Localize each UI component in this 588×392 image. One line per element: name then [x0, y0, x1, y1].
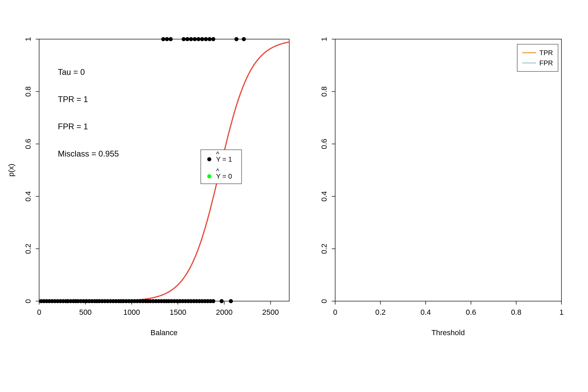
right-ytick-5: 1 — [320, 37, 328, 41]
left-plot: 0 500 1000 1500 2000 2500 Balance 0 0.2 … — [7, 37, 289, 337]
right-ytick-4: 0.8 — [320, 86, 328, 97]
left-xtick-4: 2000 — [216, 308, 233, 316]
right-x-axis: 0 0.2 0.4 0.6 0.8 1 Threshold — [333, 301, 564, 337]
svg-point-81 — [169, 37, 173, 41]
svg-point-79 — [161, 37, 165, 41]
svg-point-77 — [219, 299, 224, 303]
right-xtick-3: 0.6 — [466, 308, 476, 316]
svg-point-85 — [193, 37, 197, 41]
left-ytick-4: 0.8 — [24, 86, 32, 97]
svg-point-86 — [196, 37, 200, 41]
annotation-tau: Tau = 0 — [58, 67, 85, 77]
right-xtick-5: 1 — [559, 308, 564, 316]
right-plot-box — [335, 39, 561, 301]
right-xtick-4: 0.8 — [511, 308, 522, 316]
svg-point-89 — [208, 37, 212, 41]
left-ytick-2: 0.4 — [24, 191, 32, 202]
legend-label-yhat1: Y = 1 — [216, 156, 232, 163]
right-xtick-2: 0.4 — [421, 308, 431, 316]
left-ytick-1: 0.2 — [24, 244, 32, 254]
svg-point-83 — [185, 37, 190, 41]
left-ylabel: p(x) — [7, 164, 15, 177]
left-xlabel: Balance — [150, 328, 178, 337]
left-xtick-1: 500 — [79, 308, 92, 316]
logistic-curve — [39, 42, 289, 301]
annotation-tpr: TPR = 1 — [58, 95, 88, 104]
left-xtick-2: 1000 — [124, 308, 140, 316]
left-ytick-5: 1 — [24, 37, 32, 41]
legend-label-tpr: TPR — [539, 49, 553, 56]
chart-svg: 0 500 1000 1500 2000 2500 Balance 0 0.2 … — [0, 0, 588, 392]
right-ytick-0: 0 — [320, 299, 328, 303]
left-plot-box — [39, 39, 289, 301]
left-ytick-0: 0 — [24, 299, 32, 303]
right-ytick-2: 0.4 — [320, 191, 328, 202]
svg-point-84 — [189, 37, 193, 41]
chart-container: 0 500 1000 1500 2000 2500 Balance 0 0.2 … — [0, 0, 588, 392]
left-xtick-5: 2500 — [262, 308, 279, 316]
svg-rect-106 — [517, 44, 558, 71]
annotation-misclass: Misclass = 0.955 — [58, 149, 119, 158]
legend-marker-yhat0 — [207, 174, 211, 178]
svg-point-91 — [234, 37, 239, 41]
right-ytick-3: 0.6 — [320, 139, 328, 149]
right-legend: TPR FPR — [517, 44, 558, 71]
svg-point-87 — [200, 37, 204, 41]
svg-point-78 — [229, 299, 233, 303]
left-legend: ^ Y = 1 ^ Y = 0 — [201, 150, 242, 184]
left-xtick-0: 0 — [37, 308, 41, 316]
svg-point-92 — [242, 37, 246, 41]
left-x-axis: 0 500 1000 1500 2000 2500 Balance — [37, 301, 279, 337]
right-xtick-1: 0.2 — [375, 308, 386, 316]
right-xlabel: Threshold — [431, 328, 465, 337]
legend-label-yhat0: Y = 0 — [216, 173, 232, 180]
right-y-axis: 0 0.2 0.4 0.6 0.8 1 — [320, 37, 335, 303]
left-ytick-3: 0.6 — [24, 139, 32, 149]
left-y-axis: 0 0.2 0.4 0.6 0.8 1 p(x) — [7, 37, 39, 303]
left-xtick-3: 1500 — [170, 308, 186, 316]
right-ytick-1: 0.2 — [320, 244, 328, 254]
svg-point-82 — [182, 37, 186, 41]
legend-marker-yhat1 — [207, 157, 211, 161]
right-xtick-0: 0 — [333, 308, 337, 316]
annotation-fpr: FPR = 1 — [58, 122, 88, 131]
right-plot: 0 0.2 0.4 0.6 0.8 1 Threshold 0 0.2 0.4 … — [320, 37, 564, 337]
svg-point-90 — [211, 37, 215, 41]
svg-point-88 — [204, 37, 208, 41]
svg-point-76 — [211, 299, 215, 303]
svg-point-80 — [165, 37, 169, 41]
legend-label-fpr: FPR — [539, 59, 553, 67]
